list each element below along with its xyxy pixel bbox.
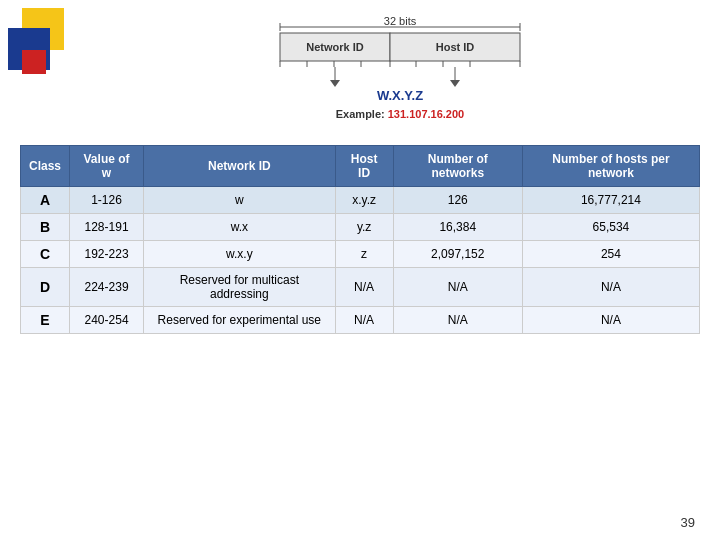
decorative-squares [8, 8, 68, 98]
table-cell: x.y.z [335, 187, 393, 214]
table-cell: N/A [335, 307, 393, 334]
col-hosts-per-network: Number of hosts per network [522, 146, 699, 187]
ip-address-diagram: 32 bits Network ID Host ID W.X.Y.Z Examp… [80, 10, 700, 130]
ip-classes-table: Class Value of w Network ID Host ID Numb… [20, 145, 700, 334]
table-cell: 254 [522, 241, 699, 268]
table-cell: w.x [144, 214, 336, 241]
table-cell: C [21, 241, 70, 268]
table-cell: A [21, 187, 70, 214]
svg-marker-18 [330, 80, 340, 87]
col-network-id: Network ID [144, 146, 336, 187]
table-cell: 16,384 [393, 214, 522, 241]
table-cell: E [21, 307, 70, 334]
svg-text:Host ID: Host ID [436, 41, 475, 53]
col-host-id: Host ID [335, 146, 393, 187]
table-cell: z [335, 241, 393, 268]
table-cell: 192-223 [70, 241, 144, 268]
table-cell: 2,097,152 [393, 241, 522, 268]
table-row: B128-191w.xy.z16,38465,534 [21, 214, 700, 241]
table-row: A1-126wx.y.z12616,777,214 [21, 187, 700, 214]
table-cell: Reserved for multicast addressing [144, 268, 336, 307]
svg-text:Network ID: Network ID [306, 41, 364, 53]
table-header-row: Class Value of w Network ID Host ID Numb… [21, 146, 700, 187]
table-cell: B [21, 214, 70, 241]
table-row: C192-223w.x.yz2,097,152254 [21, 241, 700, 268]
col-class: Class [21, 146, 70, 187]
table-row: D224-239Reserved for multicast addressin… [21, 268, 700, 307]
table-cell: 224-239 [70, 268, 144, 307]
diagram-svg: 32 bits Network ID Host ID W.X.Y.Z Examp… [200, 15, 580, 125]
table-cell: N/A [335, 268, 393, 307]
svg-text:W.X.Y.Z: W.X.Y.Z [377, 88, 423, 103]
col-value-w: Value of w [70, 146, 144, 187]
svg-text:32 bits: 32 bits [384, 15, 417, 27]
table-cell: N/A [393, 268, 522, 307]
table-cell: w [144, 187, 336, 214]
table-cell: 65,534 [522, 214, 699, 241]
table-cell: N/A [393, 307, 522, 334]
table-cell: w.x.y [144, 241, 336, 268]
col-num-networks: Number of networks [393, 146, 522, 187]
table-cell: 240-254 [70, 307, 144, 334]
table-cell: 16,777,214 [522, 187, 699, 214]
table-cell: N/A [522, 307, 699, 334]
table-cell: 128-191 [70, 214, 144, 241]
table-cell: Reserved for experimental use [144, 307, 336, 334]
table-cell: y.z [335, 214, 393, 241]
page-number: 39 [681, 515, 695, 530]
table-cell: 1-126 [70, 187, 144, 214]
svg-marker-20 [450, 80, 460, 87]
table-cell: D [21, 268, 70, 307]
table-row: E240-254Reserved for experimental useN/A… [21, 307, 700, 334]
table-cell: N/A [522, 268, 699, 307]
red-square [22, 50, 46, 74]
svg-text:Example: 
      131.107.16.200: Example: 131.107.16.200 [336, 108, 464, 120]
table-cell: 126 [393, 187, 522, 214]
